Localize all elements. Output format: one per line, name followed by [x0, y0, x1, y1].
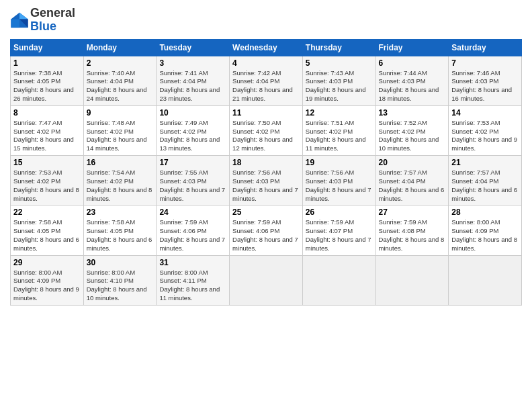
- day-info: Sunrise: 7:58 AMSunset: 4:05 PMDaylight:…: [13, 218, 81, 253]
- day-number: 3: [159, 58, 226, 68]
- day-number: 9: [87, 108, 154, 118]
- calendar-cell: 26Sunrise: 7:59 AMSunset: 4:07 PMDayligh…: [302, 205, 375, 255]
- day-info: Sunrise: 7:52 AMSunset: 4:02 PMDaylight:…: [379, 119, 446, 153]
- day-number: 25: [232, 208, 300, 217]
- day-number: 8: [13, 108, 81, 118]
- day-number: 29: [13, 258, 81, 267]
- day-number: 13: [379, 108, 446, 118]
- day-info: Sunrise: 7:48 AMSunset: 4:02 PMDaylight:…: [87, 119, 154, 153]
- day-info: Sunrise: 8:00 AMSunset: 4:11 PMDaylight:…: [159, 269, 226, 303]
- calendar-cell: 18Sunrise: 7:56 AMSunset: 4:03 PMDayligh…: [230, 156, 303, 205]
- day-number: 21: [451, 158, 519, 167]
- calendar-cell: 27Sunrise: 7:59 AMSunset: 4:08 PMDayligh…: [375, 205, 449, 255]
- calendar-cell: 29Sunrise: 8:00 AMSunset: 4:09 PMDayligh…: [11, 255, 84, 305]
- day-number: 1: [13, 58, 81, 68]
- day-info: Sunrise: 7:42 AMSunset: 4:04 PMDaylight:…: [232, 69, 300, 103]
- day-number: 6: [379, 58, 446, 68]
- day-number: 18: [232, 158, 300, 167]
- svg-marker-3: [11, 19, 19, 28]
- day-number: 17: [159, 158, 226, 167]
- weekday-header-monday: Monday: [83, 39, 157, 56]
- day-info: Sunrise: 7:53 AMSunset: 4:02 PMDaylight:…: [13, 169, 81, 203]
- day-number: 28: [451, 208, 519, 217]
- calendar-cell: 10Sunrise: 7:49 AMSunset: 4:02 PMDayligh…: [157, 105, 230, 155]
- calendar-cell: 4Sunrise: 7:42 AMSunset: 4:04 PMDaylight…: [230, 56, 303, 105]
- day-info: Sunrise: 7:53 AMSunset: 4:02 PMDaylight:…: [451, 119, 519, 153]
- weekday-header-thursday: Thursday: [302, 39, 375, 56]
- logo-general: General: [30, 6, 75, 19]
- day-info: Sunrise: 7:50 AMSunset: 4:02 PMDaylight:…: [232, 119, 300, 153]
- day-info: Sunrise: 8:00 AMSunset: 4:09 PMDaylight:…: [13, 269, 81, 303]
- calendar-cell: 22Sunrise: 7:58 AMSunset: 4:05 PMDayligh…: [11, 205, 84, 255]
- calendar-cell: 5Sunrise: 7:43 AMSunset: 4:03 PMDaylight…: [302, 56, 375, 105]
- day-number: 2: [87, 58, 154, 68]
- day-number: 16: [87, 158, 154, 167]
- day-info: Sunrise: 7:58 AMSunset: 4:05 PMDaylight:…: [87, 218, 154, 253]
- weekday-header-friday: Friday: [375, 39, 449, 56]
- calendar-cell: 3Sunrise: 7:41 AMSunset: 4:04 PMDaylight…: [157, 56, 230, 105]
- weekday-header-tuesday: Tuesday: [157, 39, 230, 56]
- day-info: Sunrise: 7:56 AMSunset: 4:03 PMDaylight:…: [232, 169, 300, 203]
- logo: General Blue: [10, 7, 75, 34]
- day-number: 20: [379, 158, 446, 167]
- day-number: 19: [306, 158, 373, 167]
- day-info: Sunrise: 7:51 AMSunset: 4:02 PMDaylight:…: [306, 119, 373, 153]
- calendar-cell: 12Sunrise: 7:51 AMSunset: 4:02 PMDayligh…: [302, 105, 375, 155]
- calendar-cell: 16Sunrise: 7:54 AMSunset: 4:02 PMDayligh…: [83, 156, 157, 205]
- day-number: 4: [232, 58, 300, 68]
- day-info: Sunrise: 7:49 AMSunset: 4:02 PMDaylight:…: [159, 119, 226, 153]
- calendar-cell: 17Sunrise: 7:55 AMSunset: 4:03 PMDayligh…: [157, 156, 230, 205]
- calendar-cell: 9Sunrise: 7:48 AMSunset: 4:02 PMDaylight…: [83, 105, 157, 155]
- day-info: Sunrise: 7:43 AMSunset: 4:03 PMDaylight:…: [306, 69, 373, 103]
- calendar-cell: [230, 255, 303, 305]
- day-info: Sunrise: 7:59 AMSunset: 4:06 PMDaylight:…: [232, 218, 300, 253]
- day-info: Sunrise: 7:56 AMSunset: 4:03 PMDaylight:…: [306, 169, 373, 203]
- calendar-table: SundayMondayTuesdayWednesdayThursdayFrid…: [10, 39, 522, 306]
- calendar-cell: 14Sunrise: 7:53 AMSunset: 4:02 PMDayligh…: [449, 105, 522, 155]
- day-number: 5: [306, 58, 373, 68]
- day-number: 24: [159, 208, 226, 217]
- calendar-cell: 31Sunrise: 8:00 AMSunset: 4:11 PMDayligh…: [157, 255, 230, 305]
- day-info: Sunrise: 7:46 AMSunset: 4:03 PMDaylight:…: [451, 69, 519, 103]
- day-info: Sunrise: 7:57 AMSunset: 4:04 PMDaylight:…: [451, 169, 519, 203]
- day-info: Sunrise: 7:59 AMSunset: 4:07 PMDaylight:…: [306, 218, 373, 253]
- day-number: 10: [159, 108, 226, 118]
- day-info: Sunrise: 7:59 AMSunset: 4:08 PMDaylight:…: [379, 218, 446, 253]
- calendar-cell: 19Sunrise: 7:56 AMSunset: 4:03 PMDayligh…: [302, 156, 375, 205]
- day-number: 30: [87, 258, 154, 267]
- logo-blue: Blue: [30, 19, 56, 33]
- day-info: Sunrise: 7:38 AMSunset: 4:05 PMDaylight:…: [13, 69, 81, 103]
- calendar-cell: 7Sunrise: 7:46 AMSunset: 4:03 PMDaylight…: [449, 56, 522, 105]
- calendar-cell: 23Sunrise: 7:58 AMSunset: 4:05 PMDayligh…: [83, 205, 157, 255]
- calendar-cell: 6Sunrise: 7:44 AMSunset: 4:03 PMDaylight…: [375, 56, 449, 105]
- calendar-cell: 2Sunrise: 7:40 AMSunset: 4:04 PMDaylight…: [83, 56, 157, 105]
- day-number: 15: [13, 158, 81, 167]
- page-header: General Blue: [10, 7, 522, 34]
- day-info: Sunrise: 7:47 AMSunset: 4:02 PMDaylight:…: [13, 119, 81, 153]
- day-info: Sunrise: 7:44 AMSunset: 4:03 PMDaylight:…: [379, 69, 446, 103]
- day-info: Sunrise: 7:57 AMSunset: 4:04 PMDaylight:…: [379, 169, 446, 203]
- logo-icon: [10, 11, 29, 30]
- day-number: 27: [379, 208, 446, 217]
- calendar-cell: 28Sunrise: 8:00 AMSunset: 4:09 PMDayligh…: [449, 205, 522, 255]
- day-number: 26: [306, 208, 373, 217]
- day-info: Sunrise: 7:40 AMSunset: 4:04 PMDaylight:…: [87, 69, 154, 103]
- calendar-cell: 15Sunrise: 7:53 AMSunset: 4:02 PMDayligh…: [11, 156, 84, 205]
- calendar-cell: [449, 255, 522, 305]
- day-info: Sunrise: 7:55 AMSunset: 4:03 PMDaylight:…: [159, 169, 226, 203]
- calendar-cell: 1Sunrise: 7:38 AMSunset: 4:05 PMDaylight…: [11, 56, 84, 105]
- calendar-cell: 24Sunrise: 7:59 AMSunset: 4:06 PMDayligh…: [157, 205, 230, 255]
- calendar-cell: [302, 255, 375, 305]
- day-number: 12: [306, 108, 373, 118]
- day-number: 7: [451, 58, 519, 68]
- day-number: 22: [13, 208, 81, 217]
- calendar-cell: 25Sunrise: 7:59 AMSunset: 4:06 PMDayligh…: [230, 205, 303, 255]
- calendar-cell: 11Sunrise: 7:50 AMSunset: 4:02 PMDayligh…: [230, 105, 303, 155]
- day-number: 31: [159, 258, 226, 267]
- weekday-header-sunday: Sunday: [11, 39, 84, 56]
- svg-marker-1: [19, 13, 28, 19]
- day-number: 23: [87, 208, 154, 217]
- day-info: Sunrise: 7:54 AMSunset: 4:02 PMDaylight:…: [87, 169, 154, 203]
- day-number: 14: [451, 108, 519, 118]
- day-info: Sunrise: 8:00 AMSunset: 4:09 PMDaylight:…: [451, 218, 519, 253]
